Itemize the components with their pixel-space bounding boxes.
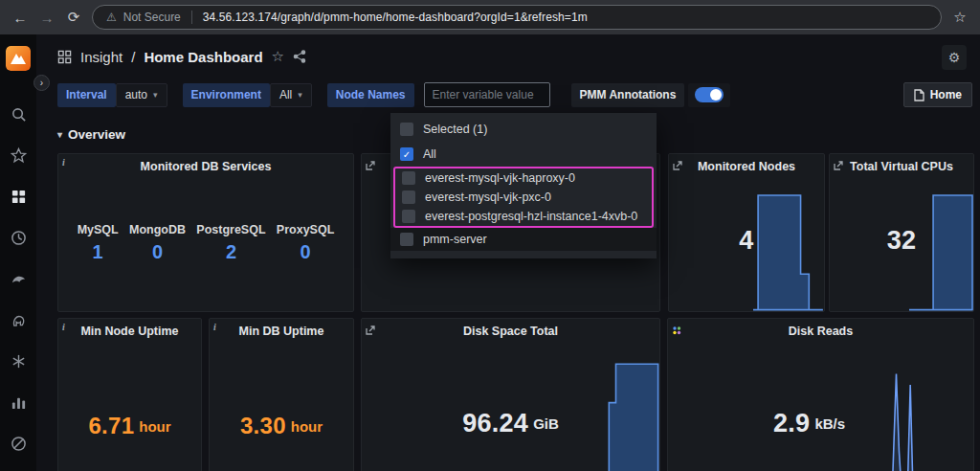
node-names-input[interactable] xyxy=(424,82,550,107)
checkbox-icon[interactable] xyxy=(402,191,415,204)
environment-variable: Environment All▾ xyxy=(183,83,312,107)
stat-value: 3.30hour xyxy=(210,319,353,471)
proxysql-icon[interactable] xyxy=(10,352,27,370)
node-names-label: Node Names xyxy=(327,83,414,107)
not-secure-warning-icon: ⚠ xyxy=(106,11,117,24)
node-names-variable: Node Names xyxy=(327,82,550,107)
security-label: Not Secure xyxy=(123,11,181,24)
share-icon[interactable] xyxy=(293,50,306,63)
checkbox-icon[interactable] xyxy=(402,210,415,223)
checkbox-icon[interactable] xyxy=(402,171,415,185)
dashboard-settings-gear-icon[interactable]: ⚙ xyxy=(942,45,967,70)
dashboard-header: Insight / Home Dashboard ☆ xyxy=(36,34,980,78)
panel-disk-space-total: Disk Space Total 96.24GiB xyxy=(361,318,660,471)
stat-value: 6.71hour xyxy=(58,319,201,471)
query-analytics-icon[interactable] xyxy=(10,229,27,246)
interval-variable: Interval auto▾ xyxy=(57,83,167,107)
environment-label: Environment xyxy=(183,83,270,107)
panel-total-virtual-cpus: Total Virtual CPUs 32 xyxy=(829,153,974,312)
stat-proxysql: ProxySQL 0 xyxy=(277,223,334,263)
dropdown-option-all[interactable]: ✓ All xyxy=(390,142,657,167)
screen: ← → ⟳ ⚠ Not Secure 34.56.123.174/graph/d… xyxy=(0,0,980,471)
environment-select[interactable]: All▾ xyxy=(270,83,312,107)
sparkline-chart xyxy=(560,355,658,471)
pmm-annotations-label: PMM Annotations xyxy=(571,83,685,107)
dropdown-option[interactable]: pmm-server xyxy=(390,228,657,251)
node-names-dropdown: Selected (1) ✓ All everest-mysql-vjk-hap… xyxy=(390,113,657,258)
panel-info-icon[interactable]: i xyxy=(62,157,65,168)
magenta-highlight-box: everest-mysql-vjk-haproxy-0 everest-mysq… xyxy=(393,167,654,228)
panel-min-db-uptime: i Min DB Uptime 3.30hour xyxy=(209,318,354,471)
dropdown-option[interactable]: everest-postgresql-hzl-instance1-4xvb-0 xyxy=(395,207,652,226)
checkbox-icon[interactable] xyxy=(400,123,413,136)
panel-external-link-icon[interactable] xyxy=(366,157,375,174)
panel-info-icon[interactable]: i xyxy=(62,322,65,332)
refresh-icon[interactable]: ⟳ xyxy=(65,9,82,26)
bookmark-star-icon[interactable]: ☆ xyxy=(951,9,969,26)
starred-icon[interactable] xyxy=(10,146,27,164)
interval-select[interactable]: auto▾ xyxy=(116,83,167,107)
dropdown-selected-summary[interactable]: Selected (1) xyxy=(390,117,657,142)
checkbox-icon[interactable] xyxy=(400,233,413,246)
breadcrumb-folder[interactable]: Insight xyxy=(80,49,122,65)
sparkline-chart xyxy=(909,191,972,310)
dropdown-option[interactable]: everest-mysql-vjk-pxc-0 xyxy=(395,188,652,207)
chevron-down-icon: ▾ xyxy=(298,90,302,100)
section-title: Overview xyxy=(68,127,125,142)
panel-info-icon[interactable]: i xyxy=(213,322,216,332)
back-icon[interactable]: ← xyxy=(11,10,29,26)
datasource-dots-icon[interactable] xyxy=(672,322,681,339)
interval-label: Interval xyxy=(57,83,116,107)
db-services-stats: MySQL 1 MongoDB 0 PostgreSQL 2 ProxySQL … xyxy=(58,223,353,263)
stat-mysql: MySQL 1 xyxy=(78,223,119,263)
toggle-knob xyxy=(710,89,722,101)
sidebar-expand-chevron[interactable]: › xyxy=(33,75,50,91)
section-collapse-chevron-icon: ▾ xyxy=(57,129,62,140)
pmm-annotations-toggle[interactable] xyxy=(688,83,730,107)
stat-mongodb: MongoDB 0 xyxy=(129,223,186,263)
panel-min-node-uptime: i Min Node Uptime 6.71hour xyxy=(57,318,202,471)
stat-postgresql: PostgreSQL 2 xyxy=(196,223,265,263)
panel-disk-reads: Disk Reads 2.9kB/s xyxy=(667,318,974,471)
checkbox-icon[interactable]: ✓ xyxy=(400,147,413,161)
sidebar-icon-rail xyxy=(10,105,27,452)
variables-bar: Interval auto▾ Environment All▾ Node Nam… xyxy=(57,80,972,109)
panel-monitored-nodes: Monitored Nodes 4 xyxy=(668,153,825,312)
browser-toolbar: ← → ⟳ ⚠ Not Secure 34.56.123.174/graph/d… xyxy=(0,0,980,34)
postgresql-elephant-icon[interactable] xyxy=(10,311,27,328)
apps-grid-icon xyxy=(57,50,72,64)
address-bar[interactable]: ⚠ Not Secure 34.56.123.174/graph/d/pmm-h… xyxy=(92,5,942,30)
mysql-dolphin-icon[interactable] xyxy=(10,270,27,287)
pmm-logo[interactable] xyxy=(6,46,31,71)
node-summary-bars-icon[interactable] xyxy=(10,393,27,411)
panel-title[interactable]: Monitored DB Services xyxy=(58,154,353,173)
panel-monitored-db-services: i Monitored DB Services MySQL 1 MongoDB … xyxy=(57,153,354,312)
url-text: 34.56.123.174/graph/d/pmm-home/home-dash… xyxy=(203,11,588,24)
address-divider xyxy=(191,11,192,24)
dashboard-main: Insight / Home Dashboard ☆ ⚙ Interval au… xyxy=(36,34,980,471)
sparkline-chart xyxy=(753,191,823,310)
pmm-annotations-variable: PMM Annotations xyxy=(571,83,731,107)
forward-icon[interactable]: → xyxy=(38,10,56,26)
home-button[interactable]: Home xyxy=(903,82,972,107)
breadcrumb-separator: / xyxy=(131,49,135,65)
panel-external-link-icon[interactable] xyxy=(673,157,682,174)
grafana-sidebar xyxy=(0,34,36,471)
chevron-down-icon: ▾ xyxy=(153,90,158,100)
explore-compass-icon[interactable] xyxy=(10,435,27,452)
sparkline-chart xyxy=(832,366,972,471)
search-icon[interactable] xyxy=(10,105,27,123)
dropdown-option[interactable]: everest-mysql-vjk-haproxy-0 xyxy=(395,168,652,188)
panel-external-link-icon[interactable] xyxy=(834,157,843,174)
favorite-star-icon[interactable]: ☆ xyxy=(272,48,284,65)
overview-section-header[interactable]: ▾ Overview xyxy=(57,127,125,142)
document-icon xyxy=(914,89,924,101)
page-title: Home Dashboard xyxy=(144,49,262,65)
dashboards-icon[interactable] xyxy=(10,188,27,205)
panel-external-link-icon[interactable] xyxy=(366,322,375,339)
